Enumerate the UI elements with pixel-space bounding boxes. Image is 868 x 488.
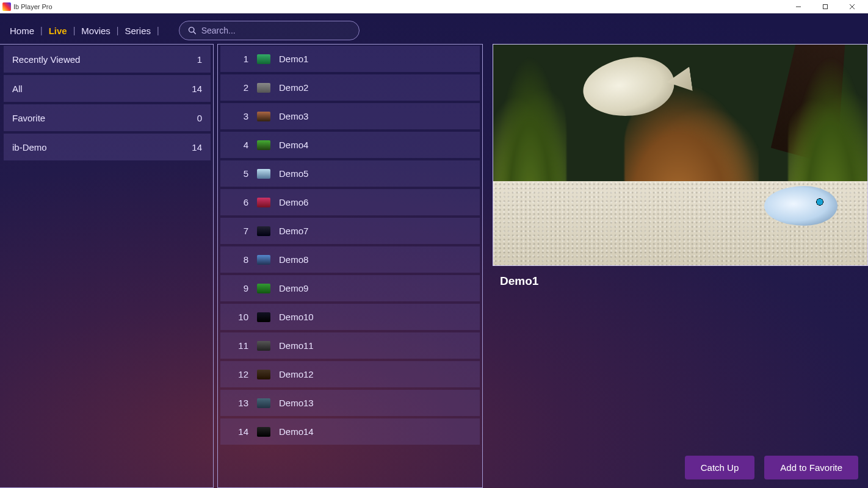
- app-icon: [2, 2, 11, 11]
- channel-item[interactable]: 6Demo6: [220, 189, 480, 215]
- channel-number: 9: [220, 283, 248, 293]
- channel-name: Demo13: [279, 398, 314, 408]
- preview-pane: Demo1 Catch Up Add to Favorite: [486, 44, 868, 488]
- channel-item[interactable]: 8Demo8: [220, 246, 480, 273]
- channel-list: 1Demo1 2Demo2 3Demo3 4Demo4 5Demo5 6Demo…: [217, 44, 483, 488]
- channel-item[interactable]: 12Demo12: [220, 361, 480, 387]
- channel-thumbnail: [257, 112, 270, 121]
- nav-live[interactable]: Live: [49, 26, 67, 36]
- preview-actions: Catch Up Add to Favorite: [685, 456, 858, 479]
- content-area: Recently Viewed 1 All 14 Favorite 0 ib-D…: [0, 44, 868, 488]
- channel-number: 6: [220, 197, 248, 207]
- channel-name: Demo9: [279, 283, 308, 293]
- category-list: Recently Viewed 1 All 14 Favorite 0 ib-D…: [0, 44, 214, 488]
- channel-thumbnail: [257, 226, 270, 236]
- channel-item[interactable]: 10Demo10: [220, 304, 480, 330]
- channel-item[interactable]: 3Demo3: [220, 103, 480, 129]
- channel-thumbnail: [257, 427, 270, 437]
- channel-thumbnail: [257, 370, 270, 379]
- channel-number: 11: [220, 340, 248, 351]
- channel-item[interactable]: 1Demo1: [220, 46, 480, 72]
- channel-thumbnail: [257, 169, 270, 179]
- channel-item[interactable]: 7Demo7: [220, 218, 480, 244]
- channel-number: 7: [220, 226, 248, 236]
- window-controls: [785, 0, 866, 13]
- preview-title: Demo1: [500, 274, 868, 288]
- search-icon: [188, 26, 197, 35]
- video-preview[interactable]: [493, 44, 868, 266]
- channel-name: Demo2: [279, 82, 308, 93]
- channel-thumbnail: [257, 255, 270, 265]
- channel-item[interactable]: 9Demo9: [220, 275, 480, 301]
- category-label: All: [12, 84, 23, 94]
- add-to-favorite-button[interactable]: Add to Favorite: [764, 456, 858, 479]
- search-box[interactable]: [179, 21, 360, 40]
- nav-separator: |: [117, 26, 119, 35]
- catch-up-button[interactable]: Catch Up: [685, 456, 755, 479]
- channel-number: 12: [220, 369, 248, 379]
- category-label: ib-Demo: [12, 142, 47, 152]
- channel-number: 8: [220, 254, 248, 265]
- channel-number: 14: [220, 426, 248, 437]
- app-root: Home | Live | Movies | Series | Recently…: [0, 13, 868, 488]
- channel-thumbnail: [257, 198, 270, 207]
- channel-thumbnail: [257, 341, 270, 351]
- category-recently-viewed[interactable]: Recently Viewed 1: [4, 46, 211, 73]
- channel-item[interactable]: 2Demo2: [220, 74, 480, 101]
- channel-name: Demo7: [279, 226, 308, 236]
- channel-name: Demo5: [279, 168, 308, 179]
- window-maximize-button[interactable]: [812, 0, 839, 13]
- channel-name: Demo10: [279, 312, 314, 322]
- channel-number: 13: [220, 398, 248, 408]
- window-titlebar: Ib Player Pro: [0, 0, 868, 13]
- nav-series[interactable]: Series: [125, 26, 151, 36]
- channel-number: 1: [220, 54, 248, 64]
- category-ibdemo[interactable]: ib-Demo 14: [4, 134, 211, 160]
- channel-name: Demo6: [279, 197, 308, 207]
- channel-thumbnail: [257, 83, 270, 93]
- channel-item[interactable]: 13Demo13: [220, 390, 480, 416]
- category-favorite[interactable]: Favorite 0: [4, 104, 211, 131]
- nav-items: Home | Live | Movies | Series |: [10, 26, 159, 36]
- channel-name: Demo12: [279, 369, 314, 379]
- channel-number: 5: [220, 168, 248, 179]
- channel-thumbnail: [257, 54, 270, 64]
- nav-separator: |: [157, 26, 159, 35]
- top-nav: Home | Live | Movies | Series |: [0, 13, 868, 44]
- nav-separator: |: [73, 26, 76, 35]
- channel-number: 10: [220, 312, 248, 322]
- channel-name: Demo4: [279, 140, 308, 150]
- nav-separator: |: [40, 26, 43, 35]
- category-all[interactable]: All 14: [4, 75, 211, 102]
- channel-thumbnail: [257, 398, 270, 408]
- channel-thumbnail: [257, 140, 270, 150]
- channel-number: 3: [220, 111, 248, 121]
- video-content: [493, 45, 867, 265]
- channel-name: Demo8: [279, 254, 308, 265]
- window-close-button[interactable]: [839, 0, 866, 13]
- channel-thumbnail: [257, 312, 270, 322]
- category-label: Favorite: [12, 113, 45, 123]
- window-minimize-button[interactable]: [785, 0, 812, 13]
- category-label: Recently Viewed: [12, 54, 80, 65]
- channel-thumbnail: [257, 284, 270, 293]
- channel-name: Demo14: [279, 426, 314, 437]
- category-count: 1: [197, 54, 202, 65]
- nav-movies[interactable]: Movies: [81, 26, 110, 36]
- search-input[interactable]: [201, 26, 350, 35]
- channel-name: Demo1: [279, 54, 308, 64]
- channel-item[interactable]: 5Demo5: [220, 160, 480, 187]
- window-title: Ib Player Pro: [13, 3, 785, 10]
- channel-item[interactable]: 4Demo4: [220, 132, 480, 158]
- channel-number: 4: [220, 140, 248, 150]
- svg-rect-1: [823, 4, 828, 9]
- channel-name: Demo3: [279, 111, 308, 121]
- category-count: 0: [197, 113, 202, 123]
- channel-item[interactable]: 11Demo11: [220, 332, 480, 359]
- channel-item[interactable]: 14Demo14: [220, 418, 480, 445]
- channel-name: Demo11: [279, 340, 314, 351]
- channel-number: 2: [220, 82, 248, 93]
- nav-home[interactable]: Home: [10, 26, 34, 36]
- category-count: 14: [192, 142, 202, 152]
- category-count: 14: [192, 84, 202, 94]
